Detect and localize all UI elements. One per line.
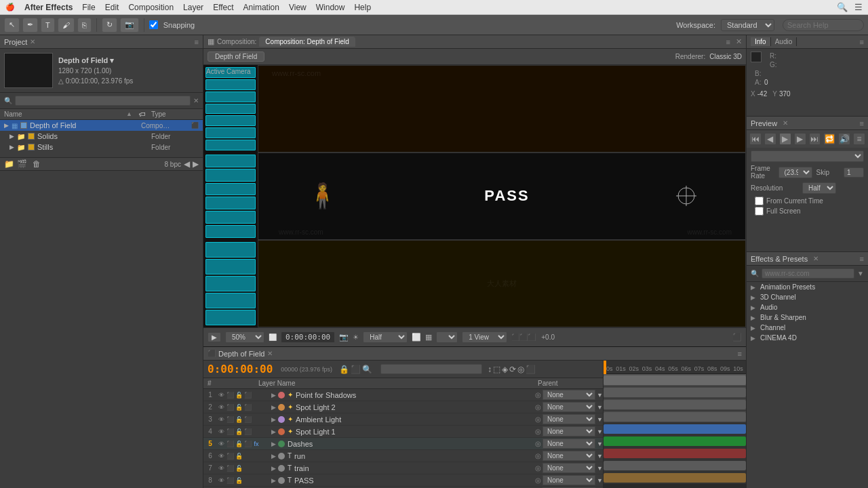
menu-composition[interactable]: Composition: [128, 3, 174, 12]
sw-solo-2[interactable]: ⬛: [226, 403, 234, 411]
expand-4[interactable]: ▶: [271, 428, 278, 435]
expand-7[interactable]: ▶: [271, 465, 278, 472]
sw-eye-4[interactable]: 👁: [217, 428, 225, 436]
menu-file[interactable]: File: [82, 3, 95, 12]
sw-lock-1[interactable]: 🔓: [235, 391, 243, 399]
sw-eye-1[interactable]: 👁: [217, 391, 225, 399]
sort-icon[interactable]: ▲: [126, 110, 132, 118]
effects-3d-channel[interactable]: ▶ 3D Channel: [747, 292, 868, 302]
clone-tool[interactable]: ⎘: [77, 18, 92, 33]
prev-fwd-btn[interactable]: ▶: [794, 133, 806, 145]
view-select[interactable]: 1 View 2 Views: [462, 331, 507, 343]
expand-3[interactable]: ▶: [271, 416, 278, 423]
play-btn[interactable]: ▶: [208, 332, 221, 342]
sw-solo-1[interactable]: ⬛: [226, 391, 234, 399]
sw-solo-5[interactable]: ⬛: [226, 440, 234, 448]
comp-viewport[interactable]: Active Camera www.rr-sc.: [203, 65, 746, 327]
project-panel-close[interactable]: ✕: [30, 38, 35, 45]
tl-tool-6[interactable]: ⬛: [526, 365, 536, 374]
project-panel-menu[interactable]: ≡: [195, 38, 199, 46]
effects-panel-menu[interactable]: ≡: [860, 255, 864, 263]
prev-audio-btn[interactable]: 🔊: [838, 133, 850, 145]
effects-audio[interactable]: ▶ Audio: [747, 302, 868, 312]
brush-tool[interactable]: 🖌: [58, 18, 75, 33]
sw-shy-4[interactable]: ⬛: [243, 428, 252, 436]
sw-eye-2[interactable]: 👁: [217, 403, 225, 411]
tl-icon-2[interactable]: ⬛: [351, 365, 361, 374]
transparency-btn[interactable]: ▦: [425, 333, 432, 342]
tl-tool-4[interactable]: ⟳: [509, 365, 516, 374]
sw-lock-8[interactable]: 🔓: [235, 476, 243, 485]
expand-1[interactable]: ▶: [271, 392, 278, 399]
prev-menu-btn[interactable]: ≡: [853, 133, 865, 145]
resolution-select[interactable]: Half Full Quarter: [363, 331, 408, 343]
prev-last-btn[interactable]: ⏭: [809, 133, 821, 145]
expand-2[interactable]: ▶: [271, 404, 278, 411]
effects-search-menu[interactable]: ▼: [857, 270, 864, 277]
layer-row-5[interactable]: 5 👁 ⬛ 🔓 ⬛ fx ▶ Dashes: [203, 438, 603, 450]
new-folder-btn[interactable]: 📁: [4, 159, 14, 169]
ram-preview-select[interactable]: RAM Preview Options: [751, 150, 864, 162]
snapping-checkbox[interactable]: [149, 20, 158, 29]
effects-animation-presets[interactable]: ▶ Animation Presets: [747, 282, 868, 292]
sw-shy-1[interactable]: ⬛: [243, 391, 252, 399]
expand-5[interactable]: ▶: [271, 441, 278, 447]
layer-row-3[interactable]: 3 👁 ⬛ 🔓 ⬛ ▶ ✦ Ambient Li: [203, 413, 603, 426]
project-search-input[interactable]: [15, 96, 191, 106]
sw-shy-3[interactable]: ⬛: [243, 415, 252, 424]
menu-view[interactable]: View: [289, 3, 307, 12]
sw-lock-3[interactable]: 🔓: [235, 415, 243, 424]
framerate-select[interactable]: (23.98): [778, 167, 812, 178]
sw-eye-8[interactable]: 👁: [217, 476, 225, 485]
parent-select-7[interactable]: None: [542, 463, 595, 473]
menu-help[interactable]: Help: [354, 3, 371, 12]
project-search-close[interactable]: ✕: [193, 97, 199, 104]
effects-blur-sharpen[interactable]: ▶ Blur & Sharpen: [747, 312, 868, 323]
selection-tool[interactable]: ↖: [4, 18, 20, 33]
prev-play-btn[interactable]: ▶: [779, 133, 791, 145]
sw-solo-6[interactable]: ⬛: [226, 452, 234, 460]
zoom-select[interactable]: 50% 25% 100%: [225, 331, 264, 343]
sw-eye-3[interactable]: 👁: [217, 415, 225, 424]
sw-solo-8[interactable]: ⬛: [226, 476, 234, 485]
comp-panel-close[interactable]: ✕: [736, 37, 742, 46]
pen-tool[interactable]: ✒: [22, 18, 38, 33]
sw-lock-5[interactable]: 🔓: [235, 440, 243, 448]
sw-solo-4[interactable]: ⬛: [226, 428, 234, 436]
parent-select-3[interactable]: None: [542, 414, 595, 424]
full-screen-checkbox[interactable]: [755, 207, 764, 216]
tl-tool-5[interactable]: ◎: [517, 365, 524, 374]
project-item-depth-of-field[interactable]: ▶ ▦ Depth of Field Compo… ⬛: [0, 120, 203, 131]
menu-layer[interactable]: Layer: [183, 3, 203, 12]
effects-cinema4d[interactable]: ▶ CINEMA 4D: [747, 333, 868, 343]
playhead-indicator[interactable]: [604, 361, 606, 374]
menu-edit[interactable]: Edit: [105, 3, 119, 12]
tl-icon-3[interactable]: 🔍: [362, 365, 372, 374]
sw-solo-3[interactable]: ⬛: [226, 415, 234, 424]
info-panel-menu[interactable]: ≡: [860, 38, 864, 46]
timeline-menu[interactable]: ≡: [738, 350, 742, 358]
effects-channel[interactable]: ▶ Channel: [747, 323, 868, 333]
arrow-right-btn[interactable]: ▶: [193, 159, 199, 169]
rotate-tool[interactable]: ↻: [102, 18, 117, 33]
menu-window[interactable]: Window: [316, 3, 345, 12]
comp-tab-name[interactable]: Composition: Depth of Field: [259, 37, 355, 47]
layer-row-6[interactable]: 6 👁 ⬛ 🔓 ▶ T run: [203, 450, 603, 462]
comp-panel-menu[interactable]: ≡: [726, 38, 730, 46]
search-help-input[interactable]: [783, 19, 864, 31]
new-comp-btn[interactable]: 🎬: [17, 159, 27, 169]
effects-search-input[interactable]: [762, 268, 854, 279]
sw-lock-7[interactable]: 🔓: [235, 464, 243, 472]
from-current-checkbox[interactable]: [755, 197, 764, 205]
apple-menu[interactable]: 🍎: [5, 3, 15, 12]
expand-6[interactable]: ▶: [271, 453, 278, 460]
layer-row-7[interactable]: 7 👁 ⬛ 🔓 ▶ T train: [203, 462, 603, 474]
tl-tool-1[interactable]: ↕: [488, 365, 492, 374]
skip-input[interactable]: [844, 167, 864, 178]
sw-eye-5[interactable]: 👁: [217, 440, 225, 448]
sw-lock-6[interactable]: 🔓: [235, 452, 243, 460]
layer-row-4[interactable]: 4 👁 ⬛ 🔓 ⬛ ▶ ✦ Spot Light: [203, 426, 603, 438]
region-btn[interactable]: ⬜: [412, 333, 421, 342]
depth-of-field-tab[interactable]: Depth of Field: [208, 52, 264, 62]
preview-resolution-select[interactable]: Half Full Quarter: [802, 182, 836, 194]
